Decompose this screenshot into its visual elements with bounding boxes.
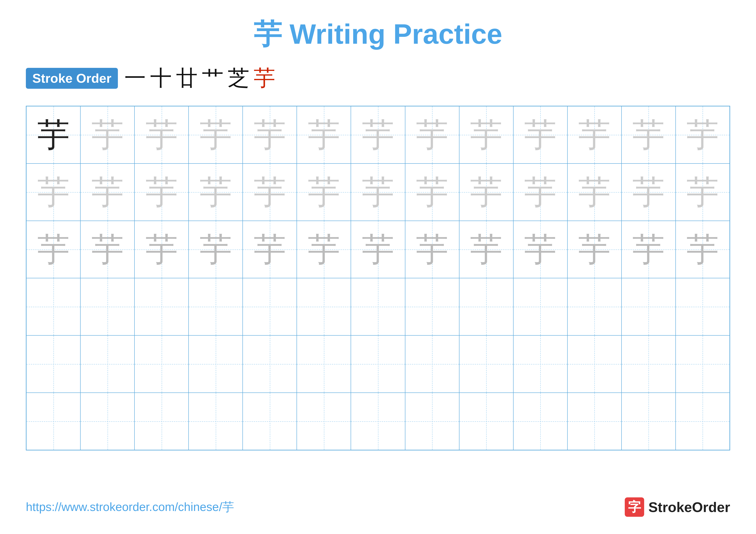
grid-cell-r1-c8[interactable]: 芋 — [405, 106, 459, 164]
grid-cell-r5-c5[interactable] — [243, 335, 297, 393]
grid-cell-r5-c7[interactable] — [351, 335, 405, 393]
grid-cell-r3-c10[interactable]: 芋 — [513, 221, 567, 278]
char-r1-c4: 芋 — [200, 119, 232, 151]
grid-cell-r5-c13[interactable] — [676, 335, 730, 393]
char-r1-c5: 芋 — [254, 119, 286, 151]
grid-cell-r6-c8[interactable] — [405, 393, 459, 450]
grid-cell-r3-c4[interactable]: 芋 — [189, 221, 243, 278]
grid-cell-r4-c6[interactable] — [297, 278, 351, 335]
grid-cell-r6-c6[interactable] — [297, 393, 351, 450]
char-r1-c8: 芋 — [416, 119, 448, 151]
grid-cell-r2-c5[interactable]: 芋 — [243, 164, 297, 221]
strokeorder-logo-icon: 字 — [625, 497, 644, 517]
grid-cell-r3-c2[interactable]: 芋 — [80, 221, 134, 278]
grid-cell-r4-c8[interactable] — [405, 278, 459, 335]
char-r2-c1: 芋 — [37, 176, 69, 208]
char-r2-c8: 芋 — [416, 176, 448, 208]
grid-cell-r2-c12[interactable]: 芋 — [622, 164, 676, 221]
char-r1-c1: 芋 — [37, 119, 69, 151]
grid-cell-r3-c9[interactable]: 芋 — [459, 221, 513, 278]
grid-cell-r5-c11[interactable] — [567, 335, 622, 393]
grid-cell-r6-c3[interactable] — [134, 393, 189, 450]
grid-cell-r3-c5[interactable]: 芋 — [243, 221, 297, 278]
grid-cell-r4-c7[interactable] — [351, 278, 405, 335]
grid-cell-r2-c7[interactable]: 芋 — [351, 164, 405, 221]
grid-cell-r6-c1[interactable] — [26, 393, 80, 450]
grid-cell-r1-c2[interactable]: 芋 — [80, 106, 134, 164]
grid-cell-r5-c3[interactable] — [134, 335, 189, 393]
grid-cell-r2-c4[interactable]: 芋 — [189, 164, 243, 221]
grid-cell-r3-c11[interactable]: 芋 — [567, 221, 622, 278]
grid-cell-r1-c12[interactable]: 芋 — [622, 106, 676, 164]
grid-cell-r3-c3[interactable]: 芋 — [134, 221, 189, 278]
char-r1-c6: 芋 — [308, 119, 340, 151]
grid-cell-r5-c8[interactable] — [405, 335, 459, 393]
char-r3-c1: 芋 — [37, 233, 69, 266]
char-r2-c12: 芋 — [632, 176, 664, 208]
grid-cell-r1-c6[interactable]: 芋 — [297, 106, 351, 164]
grid-cell-r3-c12[interactable]: 芋 — [622, 221, 676, 278]
grid-cell-r4-c9[interactable] — [459, 278, 513, 335]
grid-cell-r3-c1[interactable]: 芋 — [26, 221, 80, 278]
grid-cell-r6-c10[interactable] — [513, 393, 567, 450]
char-r3-c11: 芋 — [578, 233, 610, 266]
grid-cell-r5-c6[interactable] — [297, 335, 351, 393]
char-r2-c6: 芋 — [308, 176, 340, 208]
grid-cell-r6-c5[interactable] — [243, 393, 297, 450]
grid-cell-r6-c2[interactable] — [80, 393, 134, 450]
grid-cell-r1-c11[interactable]: 芋 — [567, 106, 622, 164]
footer-logo: 字 StrokeOrder — [625, 497, 730, 517]
grid-cell-r2-c2[interactable]: 芋 — [80, 164, 134, 221]
grid-cell-r4-c5[interactable] — [243, 278, 297, 335]
grid-cell-r6-c4[interactable] — [189, 393, 243, 450]
grid-cell-r5-c10[interactable] — [513, 335, 567, 393]
grid-cell-r5-c9[interactable] — [459, 335, 513, 393]
grid-cell-r1-c4[interactable]: 芋 — [189, 106, 243, 164]
grid-cell-r2-c10[interactable]: 芋 — [513, 164, 567, 221]
grid-cell-r6-c13[interactable] — [676, 393, 730, 450]
grid-cell-r2-c6[interactable]: 芋 — [297, 164, 351, 221]
grid-cell-r5-c1[interactable] — [26, 335, 80, 393]
grid-cell-r4-c4[interactable] — [189, 278, 243, 335]
grid-cell-r1-c10[interactable]: 芋 — [513, 106, 567, 164]
grid-cell-r3-c7[interactable]: 芋 — [351, 221, 405, 278]
grid-cell-r1-c13[interactable]: 芋 — [676, 106, 730, 164]
grid-cell-r5-c2[interactable] — [80, 335, 134, 393]
grid-cell-r6-c11[interactable] — [567, 393, 622, 450]
grid-cell-r1-c9[interactable]: 芋 — [459, 106, 513, 164]
grid-cell-r2-c1[interactable]: 芋 — [26, 164, 80, 221]
grid-cell-r2-c13[interactable]: 芋 — [676, 164, 730, 221]
grid-cell-r5-c12[interactable] — [622, 335, 676, 393]
grid-cell-r3-c13[interactable]: 芋 — [676, 221, 730, 278]
grid-cell-r6-c12[interactable] — [622, 393, 676, 450]
grid-cell-r6-c9[interactable] — [459, 393, 513, 450]
grid-cell-r4-c10[interactable] — [513, 278, 567, 335]
char-r3-c2: 芋 — [92, 233, 124, 266]
grid-cell-r4-c2[interactable] — [80, 278, 134, 335]
char-r1-c7: 芋 — [362, 119, 394, 151]
char-r2-c7: 芋 — [362, 176, 394, 208]
grid-cell-r1-c5[interactable]: 芋 — [243, 106, 297, 164]
grid-cell-r2-c3[interactable]: 芋 — [134, 164, 189, 221]
grid-cell-r4-c1[interactable] — [26, 278, 80, 335]
grid-cell-r3-c8[interactable]: 芋 — [405, 221, 459, 278]
grid-cell-r2-c11[interactable]: 芋 — [567, 164, 622, 221]
page: 芋 Writing Practice Stroke Order 一 十 廿 艹 … — [0, 0, 756, 534]
grid-cell-r5-c4[interactable] — [189, 335, 243, 393]
char-r1-c12: 芋 — [632, 119, 664, 151]
grid-cell-r2-c9[interactable]: 芋 — [459, 164, 513, 221]
char-r3-c9: 芋 — [470, 233, 502, 266]
grid-cell-r1-c1[interactable]: 芋 — [26, 106, 80, 164]
grid-cell-r1-c7[interactable]: 芋 — [351, 106, 405, 164]
grid-cell-r4-c11[interactable] — [567, 278, 622, 335]
char-r1-c2: 芋 — [92, 119, 124, 151]
grid-cell-r4-c3[interactable] — [134, 278, 189, 335]
grid-cell-r1-c3[interactable]: 芋 — [134, 106, 189, 164]
grid-cell-r4-c12[interactable] — [622, 278, 676, 335]
stroke-4: 艹 — [202, 64, 224, 93]
grid-cell-r4-c13[interactable] — [676, 278, 730, 335]
footer-url[interactable]: https://www.strokeorder.com/chinese/芋 — [26, 499, 234, 515]
grid-cell-r2-c8[interactable]: 芋 — [405, 164, 459, 221]
grid-cell-r3-c6[interactable]: 芋 — [297, 221, 351, 278]
grid-cell-r6-c7[interactable] — [351, 393, 405, 450]
